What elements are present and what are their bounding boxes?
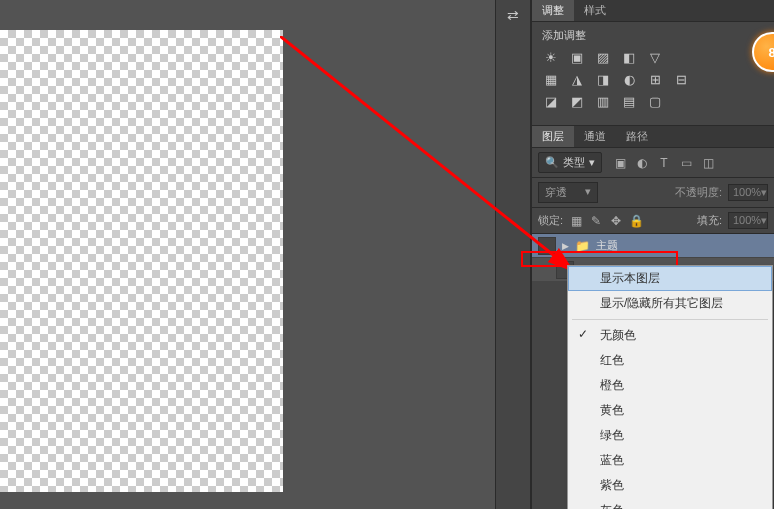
ctx-color-blue[interactable]: 蓝色 — [568, 448, 772, 473]
ctx-color-orange[interactable]: 橙色 — [568, 373, 772, 398]
tab-channels[interactable]: 通道 — [574, 126, 616, 147]
ctx-color-none[interactable]: ✓ 无颜色 — [568, 323, 772, 348]
lock-image-icon[interactable]: ✎ — [589, 214, 603, 228]
layers-filter-row: 🔍 类型 ▾ ▣ ◐ T ▭ ◫ — [532, 148, 774, 178]
selective-icon[interactable]: ▢ — [646, 93, 664, 109]
group-name: 主题 — [596, 238, 618, 253]
adjustments-panel: 添加调整 ☀ ▣ ▨ ◧ ▽ ▦ ◮ ◨ ◐ ⊞ ⊟ ◪ ◩ ▥ ▤ ▢ — [532, 22, 774, 126]
lock-label: 锁定: — [538, 213, 563, 228]
gradmap-icon[interactable]: ▤ — [620, 93, 638, 109]
lock-position-icon[interactable]: ✥ — [609, 214, 623, 228]
ctx-color-yellow[interactable]: 黄色 — [568, 398, 772, 423]
fill-value[interactable]: 100%▾ — [728, 212, 768, 229]
filter-smart-icon[interactable]: ◫ — [700, 156, 716, 170]
kind-label: 类型 — [563, 155, 585, 170]
exposure-icon[interactable]: ◧ — [620, 49, 638, 65]
visibility-toggle[interactable] — [538, 237, 556, 255]
context-menu: 显示本图层 显示/隐藏所有其它图层 ✓ 无颜色 红色 橙色 黄色 绿色 蓝色 紫… — [567, 265, 773, 509]
lock-all-icon[interactable]: 🔒 — [629, 214, 643, 228]
adjustments-tabs: 调整 样式 — [532, 0, 774, 22]
dock-strip: ⇄ — [495, 0, 531, 509]
layer-group-row[interactable]: ▶ 📁 主题 — [532, 234, 774, 258]
ctx-color-green[interactable]: 绿色 — [568, 423, 772, 448]
ctx-separator — [572, 319, 768, 320]
tab-styles[interactable]: 样式 — [574, 0, 616, 21]
filter-type-icon[interactable]: T — [656, 156, 672, 170]
layers-lock-row: 锁定: ▦ ✎ ✥ 🔒 填充: 100%▾ — [532, 208, 774, 234]
ctx-color-purple[interactable]: 紫色 — [568, 473, 772, 498]
tab-paths[interactable]: 路径 — [616, 126, 658, 147]
threshold-icon[interactable]: ▥ — [594, 93, 612, 109]
folder-icon: 📁 — [575, 239, 590, 253]
levels-icon[interactable]: ▣ — [568, 49, 586, 65]
kind-filter-select[interactable]: 🔍 类型 ▾ — [538, 152, 602, 173]
opacity-value[interactable]: 100%▾ — [728, 184, 768, 201]
vibrance-icon[interactable]: ▦ — [542, 71, 560, 87]
tab-layers[interactable]: 图层 — [532, 126, 574, 147]
ctx-toggle-others[interactable]: 显示/隐藏所有其它图层 — [568, 291, 772, 316]
tab-adjustments[interactable]: 调整 — [532, 0, 574, 21]
posterize-icon[interactable]: ◩ — [568, 93, 586, 109]
opacity-label: 不透明度: — [604, 185, 722, 200]
filter-shape-icon[interactable]: ▭ — [678, 156, 694, 170]
filter-adjust-icon[interactable]: ◐ — [634, 156, 650, 170]
hue-icon[interactable]: ◮ — [568, 71, 586, 87]
bw-icon[interactable]: ◐ — [620, 71, 638, 87]
ctx-color-red[interactable]: 红色 — [568, 348, 772, 373]
photofilter-icon[interactable]: ⊞ — [646, 71, 664, 87]
layers-blend-row: 穿透▾ 不透明度: 100%▾ — [532, 178, 774, 208]
settings-icon[interactable]: ⇄ — [501, 6, 525, 24]
lock-transparent-icon[interactable]: ▦ — [569, 214, 583, 228]
filter-pixel-icon[interactable]: ▣ — [612, 156, 628, 170]
search-icon: 🔍 — [545, 156, 559, 169]
mixer-icon[interactable]: ⊟ — [672, 71, 690, 87]
nabla-icon[interactable]: ▽ — [646, 49, 664, 65]
fill-label: 填充: — [649, 213, 722, 228]
ctx-color-gray[interactable]: 灰色 — [568, 498, 772, 509]
brightness-icon[interactable]: ☀ — [542, 49, 560, 65]
disclosure-triangle-icon[interactable]: ▶ — [562, 241, 569, 251]
balance-icon[interactable]: ◨ — [594, 71, 612, 87]
invert-icon[interactable]: ◪ — [542, 93, 560, 109]
curves-icon[interactable]: ▨ — [594, 49, 612, 65]
layers-tabs: 图层 通道 路径 — [532, 126, 774, 148]
add-adjustment-label: 添加调整 — [542, 28, 764, 43]
check-icon: ✓ — [578, 327, 588, 341]
canvas-checkerboard[interactable] — [0, 30, 283, 492]
dropdown-icon: ▾ — [589, 156, 595, 169]
ctx-show-this-layer[interactable]: 显示本图层 — [568, 266, 772, 291]
blend-mode-select[interactable]: 穿透▾ — [538, 182, 598, 203]
